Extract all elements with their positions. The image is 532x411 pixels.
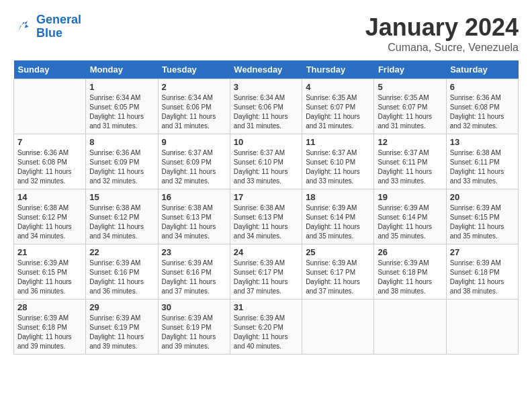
day-info: Sunrise: 6:37 AM Sunset: 6:10 PM Dayligh… [234,148,298,186]
day-info: Sunrise: 6:39 AM Sunset: 6:20 PM Dayligh… [234,314,298,351]
day-info: Sunrise: 6:39 AM Sunset: 6:15 PM Dayligh… [450,203,515,241]
calendar-cell: 7Sunrise: 6:36 AM Sunset: 6:08 PM Daylig… [14,134,86,189]
calendar-cell: 24Sunrise: 6:39 AM Sunset: 6:17 PM Dayli… [230,244,302,300]
day-info: Sunrise: 6:34 AM Sunset: 6:05 PM Dayligh… [89,93,154,131]
calendar-week-row: 14Sunrise: 6:38 AM Sunset: 6:12 PM Dayli… [14,189,519,244]
day-info: Sunrise: 6:39 AM Sunset: 6:14 PM Dayligh… [306,203,370,241]
day-header-wednesday: Wednesday [230,60,302,79]
day-number: 18 [306,192,370,202]
day-number: 13 [450,137,515,147]
day-info: Sunrise: 6:37 AM Sunset: 6:10 PM Dayligh… [306,148,370,186]
svg-marker-0 [19,21,29,31]
day-number: 30 [162,302,226,312]
month-title: January 2024 [365,13,519,42]
day-number: 17 [234,192,298,202]
calendar-cell: 12Sunrise: 6:37 AM Sunset: 6:11 PM Dayli… [374,134,446,189]
day-number: 19 [378,192,442,202]
day-info: Sunrise: 6:37 AM Sunset: 6:09 PM Dayligh… [162,148,226,186]
day-number: 9 [162,137,226,147]
day-number: 7 [17,137,82,147]
calendar-cell: 11Sunrise: 6:37 AM Sunset: 6:10 PM Dayli… [302,134,374,189]
calendar-cell: 4Sunrise: 6:35 AM Sunset: 6:07 PM Daylig… [302,79,374,134]
day-number: 3 [234,82,298,92]
day-info: Sunrise: 6:38 AM Sunset: 6:13 PM Dayligh… [234,203,298,241]
calendar-cell: 26Sunrise: 6:39 AM Sunset: 6:18 PM Dayli… [374,244,446,300]
day-number: 26 [378,247,442,257]
calendar-cell: 14Sunrise: 6:38 AM Sunset: 6:12 PM Dayli… [14,189,86,244]
day-number: 29 [89,302,154,312]
day-number: 25 [306,247,370,257]
day-info: Sunrise: 6:35 AM Sunset: 6:07 PM Dayligh… [306,93,370,131]
day-number: 1 [89,82,154,92]
page-header: General Blue January 2024 Cumana, Sucre,… [13,13,519,54]
calendar-cell: 25Sunrise: 6:39 AM Sunset: 6:17 PM Dayli… [302,244,374,300]
calendar-cell [14,79,86,134]
day-info: Sunrise: 6:35 AM Sunset: 6:07 PM Dayligh… [378,93,442,131]
day-info: Sunrise: 6:39 AM Sunset: 6:19 PM Dayligh… [89,314,154,351]
day-header-tuesday: Tuesday [158,60,230,79]
day-number: 20 [450,192,515,202]
calendar-cell: 28Sunrise: 6:39 AM Sunset: 6:18 PM Dayli… [14,300,86,355]
day-info: Sunrise: 6:39 AM Sunset: 6:17 PM Dayligh… [306,259,370,296]
day-number: 16 [162,192,226,202]
day-number: 22 [89,247,154,257]
calendar-cell: 20Sunrise: 6:39 AM Sunset: 6:15 PM Dayli… [446,189,518,244]
day-number: 15 [89,192,154,202]
day-header-saturday: Saturday [446,60,518,79]
day-number: 12 [378,137,442,147]
calendar-cell: 13Sunrise: 6:38 AM Sunset: 6:11 PM Dayli… [446,134,518,189]
calendar-table: SundayMondayTuesdayWednesdayThursdayFrid… [13,60,519,355]
logo: General Blue [13,13,81,40]
day-number: 31 [234,302,298,312]
day-info: Sunrise: 6:38 AM Sunset: 6:13 PM Dayligh… [162,203,226,241]
day-info: Sunrise: 6:36 AM Sunset: 6:09 PM Dayligh… [89,148,154,186]
day-number: 21 [17,247,82,257]
calendar-cell: 29Sunrise: 6:39 AM Sunset: 6:19 PM Dayli… [86,300,158,355]
day-number: 14 [17,192,82,202]
calendar-cell: 2Sunrise: 6:34 AM Sunset: 6:06 PM Daylig… [158,79,230,134]
calendar-cell: 17Sunrise: 6:38 AM Sunset: 6:13 PM Dayli… [230,189,302,244]
calendar-cell [302,300,374,355]
calendar-cell: 30Sunrise: 6:39 AM Sunset: 6:19 PM Dayli… [158,300,230,355]
day-info: Sunrise: 6:39 AM Sunset: 6:18 PM Dayligh… [17,314,82,351]
day-info: Sunrise: 6:39 AM Sunset: 6:18 PM Dayligh… [450,259,515,296]
day-info: Sunrise: 6:39 AM Sunset: 6:16 PM Dayligh… [89,259,154,296]
day-info: Sunrise: 6:39 AM Sunset: 6:15 PM Dayligh… [17,259,82,296]
calendar-cell: 15Sunrise: 6:38 AM Sunset: 6:12 PM Dayli… [86,189,158,244]
calendar-cell: 6Sunrise: 6:36 AM Sunset: 6:08 PM Daylig… [446,79,518,134]
calendar-week-row: 7Sunrise: 6:36 AM Sunset: 6:08 PM Daylig… [14,134,519,189]
day-number: 2 [162,82,226,92]
calendar-cell: 10Sunrise: 6:37 AM Sunset: 6:10 PM Dayli… [230,134,302,189]
day-info: Sunrise: 6:36 AM Sunset: 6:08 PM Dayligh… [450,93,515,131]
day-number: 11 [306,137,370,147]
calendar-cell: 31Sunrise: 6:39 AM Sunset: 6:20 PM Dayli… [230,300,302,355]
calendar-cell [374,300,446,355]
day-header-sunday: Sunday [14,60,86,79]
logo-text: General Blue [36,13,81,40]
calendar-week-row: 1Sunrise: 6:34 AM Sunset: 6:05 PM Daylig… [14,79,519,134]
calendar-cell: 1Sunrise: 6:34 AM Sunset: 6:05 PM Daylig… [86,79,158,134]
calendar-cell: 3Sunrise: 6:34 AM Sunset: 6:06 PM Daylig… [230,79,302,134]
day-info: Sunrise: 6:34 AM Sunset: 6:06 PM Dayligh… [234,93,298,131]
day-info: Sunrise: 6:39 AM Sunset: 6:19 PM Dayligh… [162,314,226,351]
calendar-cell: 21Sunrise: 6:39 AM Sunset: 6:15 PM Dayli… [14,244,86,300]
calendar-cell: 16Sunrise: 6:38 AM Sunset: 6:13 PM Dayli… [158,189,230,244]
day-header-monday: Monday [86,60,158,79]
day-info: Sunrise: 6:34 AM Sunset: 6:06 PM Dayligh… [162,93,226,131]
day-header-thursday: Thursday [302,60,374,79]
day-info: Sunrise: 6:39 AM Sunset: 6:18 PM Dayligh… [378,259,442,296]
day-number: 4 [306,82,370,92]
day-number: 27 [450,247,515,257]
day-number: 28 [17,302,82,312]
calendar-cell: 18Sunrise: 6:39 AM Sunset: 6:14 PM Dayli… [302,189,374,244]
day-info: Sunrise: 6:38 AM Sunset: 6:12 PM Dayligh… [89,203,154,241]
day-info: Sunrise: 6:38 AM Sunset: 6:11 PM Dayligh… [450,148,515,186]
day-number: 10 [234,137,298,147]
day-number: 5 [378,82,442,92]
day-number: 24 [234,247,298,257]
day-info: Sunrise: 6:39 AM Sunset: 6:14 PM Dayligh… [378,203,442,241]
calendar-header-row: SundayMondayTuesdayWednesdayThursdayFrid… [14,60,519,79]
calendar-cell [446,300,518,355]
day-info: Sunrise: 6:36 AM Sunset: 6:08 PM Dayligh… [17,148,82,186]
calendar-cell: 5Sunrise: 6:35 AM Sunset: 6:07 PM Daylig… [374,79,446,134]
